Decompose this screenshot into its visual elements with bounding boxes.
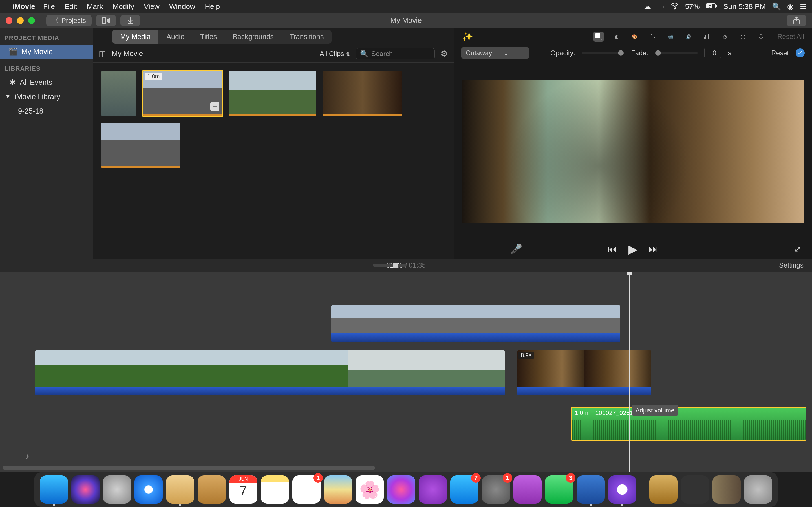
clips-filter[interactable]: All Clips ⇅ — [320, 50, 350, 58]
browser-options-icon[interactable]: ⚙ — [441, 49, 448, 59]
playhead[interactable] — [629, 272, 630, 471]
previous-button[interactable]: ⏮ — [608, 244, 617, 255]
enhance-icon[interactable]: ✨ — [462, 31, 473, 42]
media-clip-4[interactable] — [323, 71, 402, 116]
fade-slider[interactable] — [655, 52, 698, 54]
menu-file[interactable]: File — [43, 2, 55, 11]
dock-app-imovie[interactable] — [608, 475, 637, 504]
dock-app-itunes[interactable] — [387, 475, 415, 504]
menu-mark[interactable]: Mark — [87, 2, 103, 11]
overlay-clip-1[interactable] — [331, 305, 620, 342]
media-clip-1[interactable] — [101, 71, 137, 116]
media-clip-3[interactable] — [229, 71, 316, 116]
dock-app-messages[interactable]: 3 — [545, 475, 573, 504]
dock-app-word[interactable] — [576, 475, 605, 504]
spotlight-icon[interactable]: 🔍 — [772, 2, 781, 11]
preview-frame[interactable] — [462, 80, 804, 223]
dock-app-preferences[interactable]: 1 — [482, 475, 510, 504]
search-input[interactable]: 🔍 Search — [356, 48, 435, 59]
equalizer-icon[interactable] — [702, 32, 712, 42]
stabilization-icon[interactable]: 📹 — [666, 32, 676, 42]
dock-app-siri[interactable] — [71, 475, 100, 504]
weather-icon[interactable]: ☁ — [644, 2, 651, 11]
wifi-icon[interactable] — [670, 1, 679, 12]
menu-modify[interactable]: Modify — [112, 2, 134, 11]
dock-tray-trash[interactable] — [744, 475, 772, 504]
info-icon[interactable]: ⓘ — [756, 32, 766, 42]
voiceover-icon[interactable]: 🎤 — [510, 243, 522, 255]
sidebar-event[interactable]: 9-25-18 — [0, 104, 93, 118]
menu-view[interactable]: View — [144, 2, 160, 11]
download-button[interactable] — [120, 15, 140, 26]
play-button[interactable]: ▶ — [628, 242, 638, 256]
overlay-settings-icon[interactable] — [594, 32, 604, 42]
volume-icon[interactable]: 🔊 — [684, 32, 694, 42]
share-button[interactable] — [786, 15, 806, 26]
timeline-settings-button[interactable]: Settings — [779, 262, 804, 269]
dock-app-launchpad[interactable] — [103, 475, 131, 504]
color-balance-icon[interactable]: ◐ — [612, 32, 622, 42]
dock-app-maps[interactable] — [324, 475, 352, 504]
timeline[interactable]: 8.9s 1.0m – 101027_0251 Adjust volume ♪ — [0, 272, 812, 471]
dock-tray-doc2[interactable] — [712, 475, 741, 504]
dock-tray-doc1[interactable] — [681, 475, 709, 504]
background-music-well[interactable]: ♪ — [26, 452, 804, 466]
filter-icon[interactable]: ◯ — [738, 32, 748, 42]
dock-app-mail[interactable] — [166, 475, 194, 504]
menu-help[interactable]: Help — [205, 2, 220, 11]
primary-clip-2[interactable]: 8.9s — [517, 350, 651, 395]
dock-app-podcasts[interactable] — [419, 475, 447, 504]
sidebar-project-item[interactable]: 🎬 My Movie — [0, 45, 93, 59]
projects-back-button[interactable]: 〈 Projects — [46, 15, 92, 26]
primary-clip-1[interactable] — [35, 350, 505, 395]
app-menu[interactable]: iMovie — [12, 2, 35, 11]
sidebar-all-events[interactable]: ✱ All Events — [0, 75, 93, 90]
menubar-clock[interactable]: Sun 5:38 PM — [723, 2, 766, 11]
import-media-button[interactable] — [96, 15, 116, 26]
sidebar-library[interactable]: ▼ iMovie Library — [0, 90, 93, 104]
speed-icon[interactable]: ◔ — [720, 32, 730, 42]
fade-value[interactable]: 0 — [704, 48, 721, 58]
dock-app-photos[interactable]: 🌸 — [356, 475, 384, 504]
dock-app-reminders[interactable]: 1 — [292, 475, 320, 504]
reset-all-button[interactable]: Reset All — [777, 33, 804, 41]
notifications-icon[interactable]: ☰ — [800, 2, 806, 11]
dock-app-notes[interactable] — [261, 475, 289, 504]
dock-app-feedback[interactable] — [513, 475, 542, 504]
horizontal-scrollbar[interactable] — [3, 466, 375, 470]
tab-transitions[interactable]: Transitions — [282, 30, 332, 44]
tab-audio[interactable]: Audio — [158, 30, 192, 44]
dock-app-safari[interactable] — [135, 475, 163, 504]
overlay-type-select[interactable]: Cutaway ⌄ — [461, 47, 529, 59]
tab-titles[interactable]: Titles — [192, 30, 225, 44]
airplay-icon[interactable]: ▭ — [657, 2, 664, 11]
fullscreen-icon[interactable]: ⤢ — [794, 244, 801, 254]
menu-edit[interactable]: Edit — [64, 2, 77, 11]
menu-window[interactable]: Window — [169, 2, 195, 11]
apply-check-icon[interactable]: ✓ — [796, 48, 805, 57]
tab-my-media[interactable]: My Media — [112, 30, 158, 44]
dock-app-appstore[interactable]: 7 — [450, 475, 478, 504]
close-window-button[interactable] — [6, 17, 12, 24]
zoom-window-button[interactable] — [28, 17, 35, 24]
dock-app-finder[interactable] — [40, 475, 68, 504]
siri-menubar-icon[interactable]: ◉ — [787, 2, 794, 11]
battery-icon[interactable] — [706, 2, 717, 11]
media-clip-5[interactable] — [101, 123, 181, 168]
timeline-zoom-slider[interactable] — [373, 264, 407, 267]
audio-clip-1[interactable]: 1.0m – 101027_0251 — [571, 407, 806, 441]
minimize-window-button[interactable] — [17, 17, 24, 24]
media-clip-2[interactable]: 1.0m ＋ — [143, 71, 222, 116]
add-clip-button[interactable]: ＋ — [210, 102, 219, 111]
battery-percent[interactable]: 57% — [685, 2, 700, 11]
reset-button[interactable]: Reset — [771, 49, 789, 57]
tab-backgrounds[interactable]: Backgrounds — [225, 30, 282, 44]
dock-app-calendar[interactable]: JUN7 — [229, 475, 257, 504]
dock-app-contacts[interactable] — [198, 475, 226, 504]
crop-icon[interactable]: ⛶ — [648, 32, 658, 42]
disclosure-triangle-icon[interactable]: ▼ — [5, 94, 11, 100]
dock-tray-downloads[interactable] — [649, 475, 677, 504]
next-button[interactable]: ⏭ — [649, 244, 658, 255]
toggle-sidebar-icon[interactable]: ◫ — [99, 49, 106, 58]
opacity-slider[interactable] — [582, 52, 624, 54]
